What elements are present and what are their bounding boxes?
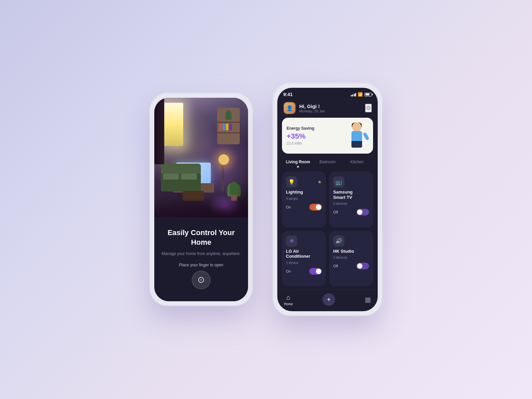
signal-bar-3 [354, 94, 355, 96]
room-shelf [217, 108, 240, 144]
splash-bottom: Easily Control Your Home Manage your hom… [154, 217, 248, 301]
dashboard-header: 👤 Hi, Gigi ! Monday, 20 Jan ⚙ [277, 99, 378, 118]
tv-icon: 📺 [333, 176, 344, 188]
shelf-books [219, 124, 232, 130]
tab-living-room[interactable]: Living Room [283, 158, 313, 166]
status-icons: 📶 [351, 92, 372, 97]
nav-home[interactable]: ⌂ Home [284, 294, 293, 306]
lighting-toggle[interactable] [309, 204, 322, 210]
phone-splash: Easily Control Your Home Manage your hom… [150, 93, 253, 306]
ac-toggle[interactable] [309, 268, 322, 275]
char-pants [351, 141, 362, 148]
signal-bar-4 [355, 93, 356, 96]
device-card-ac: ❄ LG AirConditioner 1 device On [282, 231, 326, 287]
energy-percent: +35% [287, 132, 314, 141]
floor-gradient [154, 198, 248, 217]
battery-fill [365, 93, 370, 95]
ac-sub: 1 device [286, 261, 322, 265]
device-card-lighting: 💡 ★ Lighting 4 lamps On [282, 172, 326, 227]
splash-title: Easily Control Your Home [161, 228, 241, 247]
status-bar: 9:41 📶 [277, 88, 378, 99]
greeting-date: Monday, 20 Jan [299, 109, 325, 113]
hk-status-label: Off [333, 264, 338, 268]
splash-subtitle: Manage your home from anytime, anywhere. [162, 251, 241, 257]
lighting-toggle-thumb [316, 204, 321, 210]
sofa-cushion-1 [163, 174, 179, 180]
room-lamp-head [218, 154, 229, 165]
character-illustration [345, 122, 368, 149]
room-lamp-pole [222, 164, 224, 191]
hk-status-row: Off [333, 263, 369, 269]
favorite-star[interactable]: ★ [318, 179, 322, 185]
hk-name: HK Studio [333, 249, 369, 254]
char-head [352, 122, 361, 132]
hk-icon: 🔊 [333, 235, 344, 247]
sofa-back [161, 164, 201, 174]
settings-button[interactable]: ⚙ [365, 104, 372, 112]
energy-label: Energy Saving [287, 126, 314, 131]
battery-icon [364, 93, 372, 96]
user-info: 👤 Hi, Gigi ! Monday, 20 Jan [283, 102, 325, 114]
signal-bar-2 [352, 94, 353, 96]
phones-container: Easily Control Your Home Manage your hom… [150, 83, 382, 316]
bottom-nav: ⌂ Home + ▦ [277, 290, 378, 311]
device-card-tv: 📺 SamsungSmart TV 2 devices Off [329, 172, 373, 227]
book-1 [219, 124, 222, 130]
nav-stats[interactable]: ▦ [365, 296, 371, 304]
avatar: 👤 [283, 102, 296, 114]
home-label: Home [284, 302, 293, 306]
room-background [154, 98, 248, 217]
splash-room-image [154, 98, 248, 217]
lighting-sub: 4 lamps [286, 197, 322, 200]
home-icon: ⌂ [286, 294, 290, 301]
room-window [162, 103, 183, 146]
add-icon: + [327, 296, 331, 304]
avatar-image: 👤 [284, 102, 295, 114]
lighting-name: Lighting [286, 190, 322, 195]
tab-kitchen[interactable]: Kitchen [342, 158, 372, 166]
fingerprint-icon: ⊙ [198, 275, 205, 285]
phone-dashboard: 9:41 📶 [273, 83, 382, 316]
greeting-name: Hi, Gigi ! [299, 103, 325, 109]
device-icon-row-ac: ❄ [286, 235, 322, 247]
tab-bedroom[interactable]: Bedroom [313, 158, 342, 166]
nav-add-button[interactable]: + [323, 293, 335, 306]
char-arm-right [363, 132, 370, 141]
lighting-icon: 💡 [286, 176, 297, 188]
splash-screen: Easily Control Your Home Manage your hom… [154, 98, 248, 301]
device-icon-row: 💡 ★ [286, 176, 322, 188]
devices-grid: 💡 ★ Lighting 4 lamps On 📺 [277, 170, 378, 290]
room-tabs: Living Room Bedroom Kitchen [277, 158, 378, 166]
status-time: 9:41 [283, 92, 293, 97]
tv-name: SamsungSmart TV [333, 190, 369, 200]
lighting-status-label: On [286, 205, 291, 209]
shelf-divider-2 [217, 132, 240, 133]
book-4 [229, 124, 232, 130]
hk-sub: 2 devices [333, 256, 369, 259]
room-curtain [154, 98, 164, 164]
tv-status-label: Off [333, 210, 338, 214]
fingerprint-label: Place your finger to open [179, 263, 223, 267]
room-sofa [161, 172, 201, 192]
fingerprint-button[interactable]: ⊙ [192, 271, 210, 289]
ac-status-row: On [286, 268, 322, 275]
signal-icon [351, 92, 356, 96]
tv-toggle[interactable] [356, 209, 369, 215]
lighting-status-row: On [286, 204, 322, 210]
energy-kwh: 23.5 kWh [287, 141, 314, 145]
dashboard-screen: 9:41 📶 [277, 88, 378, 311]
hk-toggle[interactable] [356, 263, 369, 269]
ac-icon: ❄ [286, 235, 297, 247]
plant-leaves [230, 182, 238, 195]
hk-toggle-thumb [357, 263, 362, 269]
shelf-plant [225, 110, 231, 120]
book-3 [226, 124, 228, 130]
ac-toggle-thumb [316, 269, 321, 274]
signal-bar-1 [351, 95, 352, 96]
wifi-icon: 📶 [358, 92, 363, 97]
shelf-divider-1 [217, 122, 240, 123]
tv-sub: 2 devices [333, 202, 369, 205]
book-2 [222, 124, 225, 130]
ac-name: LG AirConditioner [286, 249, 322, 259]
energy-info: Energy Saving +35% 23.5 kWh [287, 126, 314, 145]
